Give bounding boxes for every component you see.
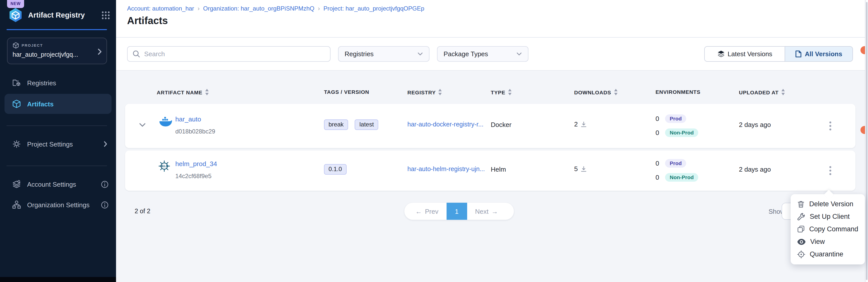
column-header-environments: ENVIRONMENTS	[655, 89, 701, 95]
info-icon[interactable]	[101, 180, 108, 188]
column-header-registry[interactable]: REGISTRY	[407, 89, 442, 95]
info-icon[interactable]	[101, 201, 108, 209]
table-row: HELM helm_prod_34 14c2cf68f9e5 0.1.0 har…	[125, 150, 856, 191]
env-count: 0	[655, 174, 659, 181]
column-label: UPLOADED AT	[739, 89, 779, 95]
app-title: Artifact Registry	[28, 11, 101, 19]
pagination: ← Prev 1 Next →	[404, 203, 514, 220]
menu-item-quarantine[interactable]: Quarantine	[790, 248, 865, 260]
artifact-digest: 14c2cf68f9e5	[175, 173, 212, 180]
prev-page-button[interactable]: ← Prev	[407, 203, 446, 220]
scrollbar-track	[865, 0, 868, 282]
row-expander-chevron[interactable]	[139, 123, 146, 127]
chevron-down-icon	[516, 52, 522, 56]
menu-item-label: Delete Version	[809, 200, 854, 208]
row-actions-kebab-button[interactable]	[824, 165, 836, 177]
menu-item-copy-command[interactable]: Copy Command	[790, 223, 865, 235]
registries-folder-icon	[12, 78, 21, 87]
right-arrow-icon: →	[492, 208, 498, 215]
chevron-down-icon	[417, 52, 423, 56]
all-versions-button[interactable]: All Versions	[785, 47, 852, 61]
prod-badge: Prod	[665, 114, 686, 123]
nonprod-badge: Non-Prod	[665, 129, 698, 137]
left-arrow-icon: ←	[415, 208, 422, 215]
scrollbar-thumb[interactable]	[866, 2, 868, 280]
docker-icon	[159, 117, 172, 128]
search-input[interactable]	[144, 50, 325, 58]
type-cell: Docker	[491, 121, 512, 129]
environment-prod: 0 Prod	[655, 114, 686, 123]
menu-item-label: View	[810, 238, 825, 245]
chevron-right-icon	[103, 141, 107, 147]
environment-nonprod: 0 Non-Prod	[655, 129, 698, 137]
menu-item-view[interactable]: View	[790, 235, 865, 248]
trash-icon	[797, 200, 805, 208]
column-label: TAGS / VERSION	[324, 89, 369, 95]
artifact-name-link[interactable]: helm_prod_34	[175, 160, 217, 168]
environment-nonprod: 0 Non-Prod	[655, 173, 698, 182]
sidebar-item-project-settings[interactable]: Project Settings	[4, 137, 112, 151]
page-number-button[interactable]: 1	[446, 203, 467, 220]
column-header-downloads[interactable]: DOWNLOADS	[574, 89, 618, 95]
tags-cell: 0.1.0	[324, 164, 351, 175]
version-view-toggle: Latest Versions All Versions	[704, 46, 853, 62]
artifact-name-link[interactable]: har_auto	[175, 115, 201, 123]
sidebar-item-label: Account Settings	[27, 180, 101, 188]
sidebar-divider	[6, 126, 107, 126]
latest-versions-button[interactable]: Latest Versions	[705, 47, 785, 61]
downloads-count: 5	[574, 165, 578, 173]
sidebar-item-account-settings[interactable]: Account Settings	[4, 177, 112, 192]
sidebar-item-label: Project Settings	[27, 140, 103, 148]
artifacts-cube-icon	[12, 99, 21, 108]
toggle-label: All Versions	[805, 50, 842, 58]
menu-item-set-up-client[interactable]: Set Up Client	[790, 210, 865, 223]
column-header-uploaded-at[interactable]: UPLOADED AT	[739, 89, 785, 95]
registry-link[interactable]: har-auto-helm-registry-ujn...	[407, 166, 485, 173]
breadcrumb-separator: ›	[198, 5, 200, 12]
table-row: har_auto d018b028bc29 break latest har-a…	[125, 104, 856, 148]
sort-icon	[781, 89, 785, 95]
page-header: Account: automation_har › Organization: …	[116, 0, 868, 38]
project-selector[interactable]: PROJECT har_auto_projectjvfgq...	[7, 38, 107, 64]
type-cell: Helm	[491, 166, 506, 173]
menu-item-delete-version[interactable]: Delete Version	[790, 198, 865, 210]
column-label: ARTIFACT NAME	[157, 89, 203, 95]
eye-icon	[797, 239, 806, 245]
sidebar-item-label: Organization Settings	[27, 201, 101, 209]
registry-link[interactable]: har-auto-docker-registry-r...	[407, 121, 484, 128]
column-label: REGISTRY	[407, 89, 436, 95]
column-header-type[interactable]: TYPE	[491, 89, 512, 95]
package-types-filter-dropdown[interactable]: Package Types	[437, 46, 528, 62]
chevron-right-icon	[97, 48, 102, 55]
row-actions-kebab-button[interactable]	[824, 120, 836, 132]
breadcrumb-organization[interactable]: Organization: har_auto_orgBPiSNPMzhQ	[203, 5, 314, 12]
sidebar-item-artifacts[interactable]: Artifacts	[4, 94, 112, 114]
uploaded-at-cell: 2 days ago	[739, 166, 771, 173]
menu-item-label: Quarantine	[810, 250, 843, 258]
sidebar-item-registries[interactable]: Registries	[4, 75, 112, 90]
organization-icon	[12, 200, 21, 209]
downloads-count: 2	[574, 120, 578, 128]
page-title: Artifacts	[127, 15, 168, 27]
registries-filter-dropdown[interactable]: Registries	[338, 46, 430, 62]
project-selector-value: har_auto_projectjvfgq...	[12, 51, 101, 58]
project-cube-icon	[12, 42, 19, 49]
prod-badge: Prod	[665, 159, 686, 168]
svg-text:HELM: HELM	[160, 165, 168, 168]
app-window: NEW Artifact Registry	[0, 0, 868, 282]
grid-menu-icon[interactable]	[101, 11, 110, 19]
breadcrumb-account[interactable]: Account: automation_har	[127, 5, 194, 12]
column-header-artifact-name[interactable]: ARTIFACT NAME	[157, 89, 209, 95]
toggle-label: Latest Versions	[727, 50, 772, 58]
version-badge: 0.1.0	[324, 164, 346, 175]
sidebar-item-label: Artifacts	[27, 100, 112, 108]
artifacts-table-area: ARTIFACT NAME TAGS / VERSION REGISTRY TY…	[116, 71, 865, 282]
project-selector-label: PROJECT	[22, 43, 43, 48]
breadcrumb-project[interactable]: Project: har_auto_projectjvfgqOPGEp	[323, 5, 425, 12]
sidebar-item-label: Registries	[27, 79, 112, 86]
artifact-digest: d018b028bc29	[175, 128, 215, 135]
env-count: 0	[655, 129, 659, 137]
next-page-button[interactable]: Next →	[467, 203, 506, 220]
sidebar-item-organization-settings[interactable]: Organization Settings	[4, 197, 112, 212]
search-box	[127, 46, 331, 62]
